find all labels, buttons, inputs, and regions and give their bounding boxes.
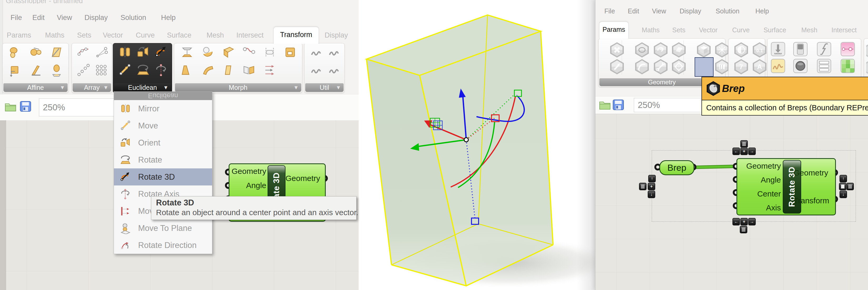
box-map-icon[interactable] <box>283 45 297 59</box>
stretch-icon[interactable] <box>263 45 277 59</box>
menu-item-display[interactable]: Display <box>680 7 701 15</box>
integer-hex[interactable]: 7 <box>733 59 749 75</box>
blend-icon[interactable] <box>201 45 215 59</box>
sketch-icon[interactable] <box>771 59 785 73</box>
curve-array-icon[interactable] <box>76 45 90 59</box>
panel-icon[interactable] <box>817 59 831 73</box>
gradient-icon[interactable] <box>840 42 855 57</box>
swatch-icon[interactable] <box>840 59 855 73</box>
zoom-level-field-left[interactable]: 250% <box>39 99 120 116</box>
zoom-level-field-right[interactable]: 250% <box>634 98 705 112</box>
hand-curve-icon[interactable] <box>242 45 256 59</box>
list-widget-bottom[interactable] <box>740 226 747 233</box>
list-widget-left[interactable] <box>639 183 647 190</box>
tab-surface[interactable]: Surface <box>164 30 195 42</box>
menu-item-move[interactable]: Move <box>114 117 212 134</box>
group-dropdown-arrow-icon[interactable]: ▼ <box>60 83 65 92</box>
group-label-array[interactable]: Array▼ <box>73 83 111 92</box>
mirror-icon[interactable] <box>118 45 132 59</box>
squiggle-box-icon[interactable] <box>327 63 341 77</box>
center-widget-button[interactable]: + <box>648 183 655 190</box>
menu-item-mirror[interactable]: Mirror <box>114 100 212 117</box>
line-hex[interactable] <box>653 59 669 75</box>
box-hex[interactable] <box>696 42 712 58</box>
circle-hex[interactable] <box>634 42 650 58</box>
polar-array-icon[interactable] <box>94 45 108 59</box>
bend-icon[interactable] <box>201 63 215 77</box>
page-widget-button[interactable] <box>839 183 846 190</box>
menu-item-solution[interactable]: Solution <box>121 14 146 22</box>
nudge-down-button[interactable]: ↓ <box>840 191 847 198</box>
taper-icon[interactable] <box>180 63 194 77</box>
menu-item-display[interactable]: Display <box>85 14 108 22</box>
squiggle3-icon[interactable] <box>309 63 323 77</box>
rotate-axis-icon[interactable] <box>154 63 168 77</box>
spray-icon[interactable] <box>263 63 277 77</box>
group-label-util[interactable]: Util▼ <box>305 83 344 92</box>
menu-item-rotate-3d[interactable]: Rotate 3D <box>114 168 212 185</box>
save-file-icon[interactable] <box>613 100 624 110</box>
number-hex[interactable]: 0.1 <box>752 42 768 58</box>
menu-item-orient[interactable]: Orient <box>114 134 212 151</box>
scale-icon[interactable] <box>9 45 22 59</box>
menu-item-help[interactable]: Help <box>755 7 769 15</box>
hex-partial[interactable] <box>866 59 868 75</box>
vector-hex[interactable] <box>609 59 625 75</box>
menu-item-file[interactable]: File <box>604 7 615 15</box>
tab-maths[interactable]: Maths <box>640 25 662 37</box>
group-dropdown-arrow-icon[interactable]: ▼ <box>293 83 299 92</box>
open-file-icon[interactable] <box>599 100 611 110</box>
linear-array-icon[interactable] <box>76 63 90 77</box>
move-icon[interactable] <box>118 63 132 77</box>
menu-item-move-to-plane[interactable]: Move To Plane <box>114 220 212 237</box>
menu-item-rotate[interactable]: Rotate <box>114 151 212 168</box>
surface-box-icon[interactable] <box>221 45 235 59</box>
rotate3d-icon[interactable] <box>154 45 168 59</box>
nudge-right-button[interactable]: → <box>748 148 756 155</box>
button-icon[interactable] <box>793 59 808 73</box>
rect-array-icon[interactable] <box>94 63 108 77</box>
tab-vector[interactable]: Vector <box>696 25 721 37</box>
nudge-up-button[interactable]: ↑ <box>840 175 847 182</box>
squiggle2-icon[interactable] <box>327 45 341 59</box>
plane-hex[interactable] <box>671 59 687 75</box>
center-widget-button[interactable]: + <box>740 218 748 225</box>
gumball-center-point[interactable] <box>464 138 468 142</box>
spiral-hex[interactable] <box>653 42 669 58</box>
tab-transform[interactable]: Transform <box>273 27 319 44</box>
rotate-icon[interactable] <box>136 63 150 77</box>
tab-curve[interactable]: Curve <box>134 30 157 42</box>
tab-maths[interactable]: Maths <box>42 30 67 42</box>
group-label-affine[interactable]: Affine▼ <box>3 83 68 92</box>
nudge-left-button[interactable]: ← <box>733 218 740 225</box>
tab-mesh[interactable]: Mesh <box>203 30 227 42</box>
shape-hex[interactable] <box>733 42 749 58</box>
y-handle-square[interactable] <box>515 90 522 97</box>
import-icon[interactable] <box>771 42 785 57</box>
list-widget-top[interactable] <box>740 140 748 148</box>
hex-partial[interactable] <box>866 42 868 58</box>
menu-item-edit[interactable]: Edit <box>32 14 45 22</box>
tab-sets[interactable]: Sets <box>671 25 687 37</box>
toggle-icon[interactable] <box>793 42 808 57</box>
nudge-right-button[interactable]: → <box>748 218 756 225</box>
menu-item-rotate-direction[interactable]: Rotate Direction <box>114 237 212 254</box>
text-hex[interactable]: A <box>752 59 768 75</box>
tab-display[interactable]: Display <box>321 30 351 42</box>
shear-surface-icon[interactable] <box>221 63 235 77</box>
scale-balloon-icon[interactable] <box>50 63 63 77</box>
tab-intersect[interactable]: Intersect <box>828 25 860 37</box>
scale-nu-icon[interactable] <box>29 45 43 59</box>
tab-params[interactable]: Params <box>4 30 34 42</box>
tab-params[interactable]: Params <box>599 22 628 39</box>
tab-vector[interactable]: Vector <box>100 30 126 42</box>
tab-intersect[interactable]: Intersect <box>232 30 268 42</box>
rotate3d-component-right[interactable]: GeometryAngleCenterAxis Rotate 3D Geomet… <box>737 158 836 215</box>
menu-item-view[interactable]: View <box>652 7 666 15</box>
mirror-surface-icon[interactable] <box>242 63 256 77</box>
nudge-up-button[interactable]: ↑ <box>648 175 656 182</box>
brep-param-component[interactable]: Brep <box>659 160 694 175</box>
squiggle-icon[interactable] <box>309 45 323 59</box>
group-dropdown-arrow-icon[interactable]: ▼ <box>103 83 108 92</box>
open-file-icon[interactable] <box>5 102 16 112</box>
